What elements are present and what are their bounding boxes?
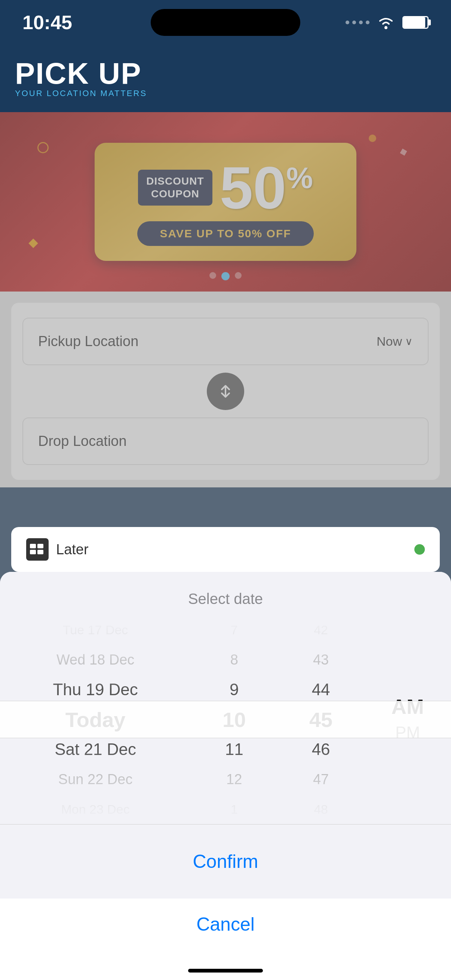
app-header: PICK UP YOUR LOCATION MATTERS [0,45,451,112]
dynamic-island [151,9,300,36]
minute-item[interactable]: 44 [277,675,364,705]
minute-item-selected[interactable]: 45 [277,705,364,735]
later-icon [26,538,49,561]
cancel-button[interactable]: Cancel [0,899,451,950]
status-bar: 10:45 [0,0,451,45]
app-logo: PICK UP YOUR LOCATION MATTERS [15,59,147,98]
later-label: Later [56,542,89,558]
date-picker-modal[interactable]: Later Select date Tue 17 Dec [0,527,451,980]
date-picker-title: Select date [188,590,263,607]
active-indicator [414,544,425,555]
svg-point-0 [384,26,387,29]
picker-wheel[interactable]: Tue 17 Dec Wed 18 Dec Thu 19 Dec Today S… [0,615,451,824]
picker-columns: Tue 17 Dec Wed 18 Dec Thu 19 Dec Today S… [0,615,451,824]
confirm-button[interactable]: Confirm [15,836,436,887]
hour-item[interactable]: 1 [191,794,277,824]
hour-item[interactable]: 12 [191,764,277,794]
later-bar[interactable]: Later [11,527,440,572]
minute-item[interactable]: 48 [277,794,364,824]
status-icons [346,15,429,30]
battery-icon [402,16,429,29]
svg-rect-3 [30,550,36,554]
date-picker-header: Select date [0,572,451,615]
date-picker-container: Select date Tue 17 Dec Wed 18 Dec Thu 19… [0,572,451,899]
svg-rect-4 [37,550,43,554]
minute-item[interactable]: 42 [277,615,364,645]
date-item[interactable]: Sun 22 Dec [0,764,191,794]
ampm-column[interactable]: AM PM [364,615,451,824]
date-item[interactable]: Wed 18 Dec [0,645,191,675]
app-tagline: YOUR LOCATION MATTERS [15,89,147,98]
grid-icon [30,544,45,555]
minute-item[interactable]: 46 [277,735,364,764]
minute-item[interactable]: 47 [277,764,364,794]
svg-rect-1 [30,544,36,548]
app-page: 10:45 PICK UP YOUR LO [0,0,451,980]
cancel-section: Cancel [0,899,451,980]
date-item-selected[interactable]: Today [0,705,191,735]
home-indicator [188,969,263,972]
status-time: 10:45 [22,11,72,33]
svg-rect-2 [37,544,43,548]
hour-item[interactable]: 8 [191,645,277,675]
date-item[interactable]: Mon 23 Dec [0,794,191,824]
hour-column[interactable]: 7 8 9 10 11 12 1 [191,615,277,824]
signal-icon [346,21,370,24]
hour-item[interactable]: 11 [191,735,277,764]
am-item-selected[interactable]: AM [364,693,451,719]
hour-item-selected[interactable]: 10 [191,705,277,735]
minute-item[interactable]: 43 [277,645,364,675]
minute-column[interactable]: 42 43 44 45 46 47 48 [277,615,364,824]
date-column[interactable]: Tue 17 Dec Wed 18 Dec Thu 19 Dec Today S… [0,615,191,824]
wifi-icon [376,15,396,30]
date-item[interactable]: Tue 17 Dec [0,615,191,645]
hour-item[interactable]: 7 [191,615,277,645]
confirm-section: Confirm [0,824,451,899]
hour-item[interactable]: 9 [191,675,277,705]
date-item[interactable]: Thu 19 Dec [0,675,191,705]
date-item[interactable]: Sat 21 Dec [0,735,191,764]
app-name: PICK UP [15,59,147,89]
pm-item[interactable]: PM [364,719,451,746]
